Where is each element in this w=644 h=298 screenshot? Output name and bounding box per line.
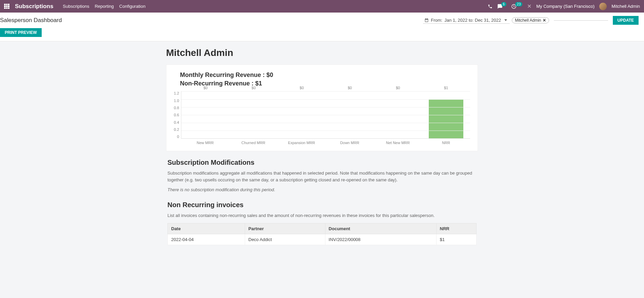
nrr-invoices-section: Non Recurring invoices List all invoices… [166, 201, 478, 245]
revenue-panel: Monthly Recurring Revenue : $0 Non-Recur… [166, 64, 478, 151]
y-tick: 0 [177, 135, 179, 139]
mrr-summary: Monthly Recurring Revenue : $0 [180, 71, 470, 79]
x-label: Down MRR [326, 141, 374, 145]
activity-icon[interactable]: 23 [511, 4, 522, 9]
cell-partner: Deco Addict [245, 234, 325, 245]
col-date: Date [168, 223, 245, 234]
y-tick: 1.0 [174, 99, 179, 103]
salesperson-heading: Mitchell Admin [166, 47, 478, 58]
chevron-down-icon [504, 19, 507, 21]
x-label: Churned MRR [229, 141, 277, 145]
nrr-desc: List all invoices containing non-recurri… [167, 212, 477, 219]
bar-value-label: $0 [300, 86, 304, 90]
x-label: Expansion MRR [278, 141, 326, 145]
bar [429, 99, 463, 139]
page-title: Salesperson Dashboard [0, 17, 62, 24]
modifications-desc: Subscription modifications aggregate all… [167, 170, 477, 183]
col-partner: Partner [245, 223, 325, 234]
modifications-title: Subscription Modifications [167, 159, 477, 166]
print-preview-button[interactable]: PRINT PREVIEW [0, 28, 42, 37]
bar-value-label: $0 [203, 86, 207, 90]
grid-line [181, 131, 470, 131]
nav-link-subscriptions[interactable]: Subscriptions [63, 4, 89, 9]
calendar-icon [424, 18, 429, 22]
control-panel: Salesperson Dashboard From: Jan 1, 2022 … [0, 13, 644, 41]
x-label: New MRR [181, 141, 229, 145]
messages-icon[interactable]: 6 [497, 4, 507, 9]
grid-line [181, 123, 470, 123]
nav-link-reporting[interactable]: Reporting [95, 4, 114, 9]
date-range-filter[interactable]: From: Jan 1, 2022 to: Dec 31, 2022 [423, 17, 510, 24]
nrr-summary: Non-Recurring Revenue : $1 [180, 79, 470, 88]
grid-line [181, 99, 470, 100]
y-tick: 0.8 [174, 106, 179, 110]
y-tick: 0.6 [174, 113, 179, 117]
nrr-header-row: Date Partner Document NRR [168, 223, 477, 234]
salesperson-filter-tag[interactable]: Mitchell Admin ✕ [512, 17, 549, 23]
filter-input-line[interactable] [554, 20, 608, 21]
col-nrr: NRR [436, 223, 476, 234]
date-from-label: From: [431, 18, 442, 23]
y-tick: 0.2 [174, 127, 179, 132]
bar-value-label: $0 [348, 86, 352, 90]
user-menu[interactable]: Mitchell Admin [611, 4, 640, 9]
nrr-title: Non Recurring invoices [167, 201, 477, 209]
bar-value-label: $1 [444, 86, 448, 90]
date-range-value: Jan 1, 2022 to: Dec 31, 2022 [444, 18, 501, 23]
revenue-chart: 1.21.00.80.60.40.20 $0$0$0$0$0$1 New MRR… [174, 91, 470, 145]
col-document: Document [325, 223, 436, 234]
avatar[interactable] [599, 3, 607, 10]
bar-value-label: $0 [396, 86, 400, 90]
nav-link-configuration[interactable]: Configuration [119, 4, 145, 9]
x-label: NRR [422, 141, 470, 145]
cell-nrr: $1 [436, 234, 476, 245]
filter-tag-label: Mitchell Admin [515, 18, 541, 23]
activity-badge: 23 [515, 2, 522, 6]
remove-tag-icon[interactable]: ✕ [543, 18, 546, 23]
chart-grid: $0$0$0$0$0$1 [181, 91, 470, 139]
messages-badge: 6 [501, 2, 507, 6]
x-axis: New MRRChurned MRRExpansion MRRDown MRRN… [181, 141, 470, 145]
y-tick: 1.2 [174, 91, 179, 95]
cell-date: 2022-04-04 [168, 234, 245, 245]
subscription-modifications-section: Subscription Modifications Subscription … [166, 159, 478, 192]
apps-icon[interactable] [4, 4, 9, 9]
phone-icon[interactable] [488, 4, 492, 9]
y-tick: 0.4 [174, 120, 179, 124]
company-selector[interactable]: My Company (San Francisco) [536, 4, 595, 9]
report-content: Mitchell Admin Monthly Recurring Revenue… [159, 47, 485, 245]
grid-line [181, 107, 470, 107]
x-label: Net New MRR [374, 141, 422, 145]
modifications-empty: There is no subscription modification du… [167, 187, 477, 192]
close-icon[interactable]: ✕ [527, 3, 531, 9]
cell-document: INV/2022/00008 [325, 234, 436, 245]
app-title[interactable]: Subscriptions [15, 3, 53, 10]
nrr-table: Date Partner Document NRR 2022-04-04Deco… [167, 223, 477, 245]
top-navbar: Subscriptions Subscriptions Reporting Co… [0, 0, 644, 13]
y-axis: 1.21.00.80.60.40.20 [174, 91, 181, 139]
bar-value-label: $0 [251, 86, 256, 90]
grid-line [181, 115, 470, 115]
table-row[interactable]: 2022-04-04Deco AddictINV/2022/00008$1 [168, 234, 477, 245]
grid-line [181, 91, 470, 92]
update-button[interactable]: UPDATE [613, 16, 639, 25]
